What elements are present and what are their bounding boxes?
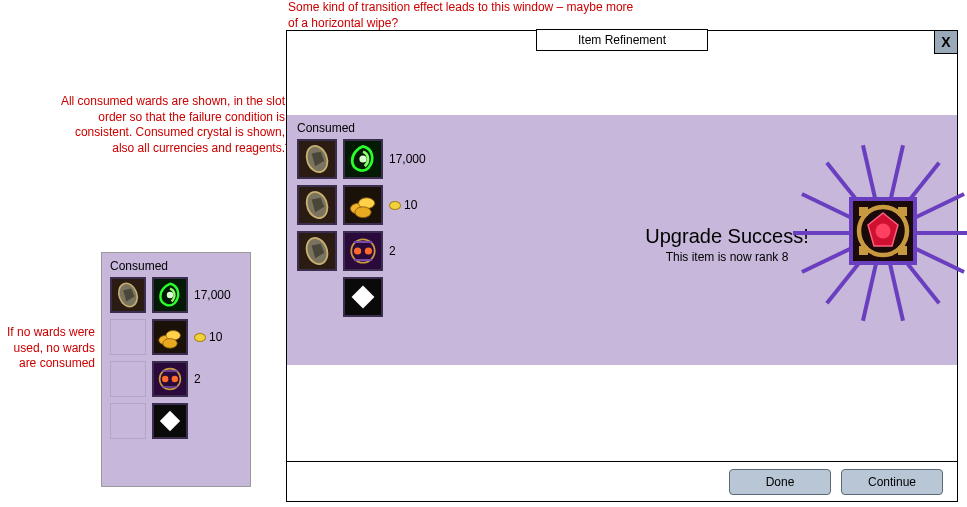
- consumed-row: 10: [297, 185, 537, 225]
- item-slot: [343, 185, 383, 225]
- consumed-row: [110, 403, 242, 439]
- svg-point-15: [365, 247, 372, 254]
- item-slot: [152, 361, 188, 397]
- side-consumed-panel: Consumed 17,000102: [101, 252, 251, 487]
- continue-button[interactable]: Continue: [841, 469, 943, 495]
- result-slot: [849, 197, 917, 265]
- ward-slot-empty: [110, 319, 146, 355]
- item-qty: 17,000: [194, 288, 231, 302]
- item-qty: 10: [194, 330, 222, 344]
- consumed-panel: Consumed 17,000102 Upgrade Success! This…: [287, 115, 957, 365]
- result-item: [843, 191, 923, 271]
- window-title: Item Refinement: [536, 29, 708, 51]
- svg-rect-24: [898, 246, 907, 255]
- item-qty: 2: [389, 244, 396, 258]
- svg-point-35: [162, 376, 168, 382]
- svg-point-9: [355, 207, 371, 218]
- svg-rect-12: [345, 233, 381, 269]
- annotation-transition: Some kind of transition effect leads to …: [288, 0, 638, 31]
- svg-rect-22: [898, 207, 907, 216]
- qty-value: 17,000: [389, 152, 426, 166]
- qty-value: 2: [194, 372, 201, 386]
- svg-rect-23: [859, 246, 868, 255]
- svg-point-20: [876, 224, 891, 239]
- item-slot: [343, 139, 383, 179]
- svg-point-32: [163, 339, 177, 349]
- refinement-window: Item Refinement X Consumed 17,000102 Upg…: [286, 30, 958, 502]
- qty-value: 10: [209, 330, 222, 344]
- gold-icon: [194, 333, 206, 342]
- ward-slot-spacer: [297, 277, 337, 317]
- annotation-consumed: All consumed wards are shown, in the slo…: [55, 94, 285, 156]
- item-slot: [152, 277, 188, 313]
- item-slot: [152, 319, 188, 355]
- consumed-row: 2: [297, 231, 537, 271]
- consumed-row: 17,000: [297, 139, 537, 179]
- item-slot: [343, 277, 383, 317]
- gold-icon: [389, 201, 401, 210]
- done-button[interactable]: Done: [729, 469, 831, 495]
- item-slot: [343, 231, 383, 271]
- item-qty: 17,000: [389, 152, 426, 166]
- svg-rect-21: [859, 207, 868, 216]
- qty-value: 10: [404, 198, 417, 212]
- qty-value: 2: [389, 244, 396, 258]
- consumed-row: [297, 277, 537, 317]
- item-qty: 2: [194, 372, 201, 386]
- ward-slot: [297, 139, 337, 179]
- close-button[interactable]: X: [934, 30, 958, 54]
- svg-point-3: [359, 155, 366, 162]
- item-slot: [152, 403, 188, 439]
- upgrade-title: Upgrade Success!: [597, 225, 857, 248]
- svg-point-28: [167, 292, 173, 298]
- ward-slot: [110, 277, 146, 313]
- consumed-grid: 17,000102: [297, 139, 537, 317]
- svg-point-14: [354, 247, 361, 254]
- side-consumed-label: Consumed: [110, 259, 242, 273]
- qty-value: 17,000: [194, 288, 231, 302]
- ward-slot: [297, 185, 337, 225]
- ward-slot-empty: [110, 361, 146, 397]
- window-footer: Done Continue: [287, 461, 957, 501]
- item-qty: 10: [389, 198, 417, 212]
- consumed-row: 10: [110, 319, 242, 355]
- svg-point-36: [172, 376, 178, 382]
- consumed-row: 17,000: [110, 277, 242, 313]
- ward-slot: [297, 231, 337, 271]
- side-consumed-grid: 17,000102: [110, 277, 242, 439]
- consumed-row: 2: [110, 361, 242, 397]
- annotation-no-wards: If no wards were used, no wards are cons…: [0, 325, 95, 372]
- ward-slot-empty: [110, 403, 146, 439]
- consumed-label: Consumed: [297, 121, 947, 135]
